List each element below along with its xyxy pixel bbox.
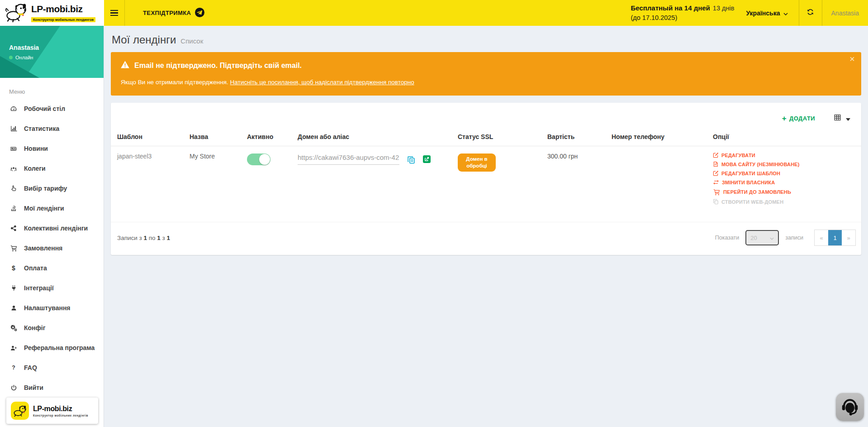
option-link[interactable]: РЕДАГУВАТИ	[713, 152, 855, 158]
page-button-1[interactable]: 1	[828, 230, 842, 245]
support-chat-button[interactable]	[836, 393, 864, 421]
svg-text:?: ?	[12, 365, 15, 371]
table-header-row: ШаблонНазваАктивноДомен або аліасСтатус …	[111, 129, 861, 146]
sidebar-item-11[interactable]: Налаштування	[0, 298, 104, 318]
sidebar-item-4[interactable]: Колеги	[0, 158, 104, 178]
exchange-icon	[713, 179, 719, 185]
trial-days-left: 13 днів	[713, 5, 735, 12]
options-cell: РЕДАГУВАТИМОВА САЙТУ (НЕЗМІНЮВАНЕ)РЕДАГУ…	[709, 146, 859, 211]
sidebar-item-14[interactable]: ?FAQ	[0, 358, 104, 378]
clone-icon	[713, 199, 719, 205]
sidebar-item-1[interactable]: Робочий стіл	[0, 99, 104, 119]
sidebar: Anastasia Онлайн Меню Робочий стілСтатис…	[0, 26, 104, 427]
trial-info: Бесплатный на 14 дней13 днів (до 17.10.2…	[631, 3, 734, 23]
columns-toggle-button[interactable]	[833, 114, 850, 123]
sidebar-item-12[interactable]: Конфіг	[0, 318, 104, 338]
menu-section-label: Меню	[0, 78, 104, 99]
cart-icon	[713, 188, 721, 196]
sidebar-item-label: Робочий стіл	[24, 105, 65, 112]
option-link[interactable]: ПЕРЕЙТИ ДО ЗАМОВЛЕНЬ	[713, 188, 855, 196]
sidebar-item-13[interactable]: Реферальна програма	[0, 338, 104, 358]
sidebar-item-label: FAQ	[24, 364, 37, 371]
online-status-dot	[9, 56, 13, 59]
user-plus-icon	[9, 345, 18, 351]
refresh-button[interactable]	[799, 0, 822, 26]
copy-domain-button[interactable]	[407, 155, 416, 164]
sidebar-item-label: Реферальна програма	[24, 344, 95, 351]
open-site-button[interactable]	[423, 155, 431, 163]
sidebar-item-label: Замовлення	[24, 245, 62, 252]
sidebar-item-label: Вибір тарифу	[24, 185, 67, 192]
sidebar-item-label: Колеги	[24, 165, 46, 172]
add-button[interactable]: + ДОДАТИ	[782, 115, 815, 122]
pagination: « 1 »	[814, 230, 856, 246]
edit-icon	[713, 170, 719, 176]
sidebar-item-label: Новини	[24, 145, 48, 152]
option-link: СТВОРИТИ WEB-ДОМЕН	[713, 199, 855, 205]
next-page-button[interactable]: »	[842, 230, 855, 245]
prev-page-button[interactable]: «	[815, 230, 828, 245]
power-icon	[9, 384, 18, 391]
sidebar-item-2[interactable]: Статистика	[0, 119, 104, 139]
landings-card: + ДОДАТИ ШаблонНазваАктивноДомен або алі…	[111, 103, 861, 255]
dollar-icon: $	[9, 264, 18, 272]
topbar: ТЕХПІДТРИМКА Бесплатный на 14 дней13 дні…	[104, 0, 868, 26]
support-link[interactable]: ТЕХПІДТРИМКА	[143, 8, 204, 19]
dog-mascot-icon	[5, 2, 28, 24]
language-selector[interactable]: Українська	[746, 10, 787, 17]
records-label: записи	[785, 235, 803, 241]
close-icon[interactable]: ×	[849, 54, 855, 63]
sidebar-user-status: Онлайн	[15, 55, 33, 60]
sidebar-item-9[interactable]: $Оплата	[0, 258, 104, 278]
ssl-status-badge: Домен в обробці	[458, 154, 496, 172]
page-subtitle: Список	[180, 37, 203, 45]
header-username[interactable]: Anastasia	[822, 0, 868, 26]
column-header: Шаблон	[114, 129, 186, 146]
sidebar-item-label: Статистика	[24, 125, 59, 132]
column-header: Домен або аліас	[294, 129, 454, 146]
sidebar-item-label: Оплата	[24, 264, 47, 272]
main-content: Мої лендінги Список Email не підтверджен…	[104, 26, 868, 427]
logo-title: LP-mobi.biz	[31, 4, 83, 14]
hamburger-menu-icon[interactable]	[104, 0, 125, 26]
resend-confirmation-link[interactable]: Натисніть це посилання, щоб надіслати пі…	[230, 79, 414, 86]
warning-icon	[121, 61, 129, 70]
logo-subtitle: Конструктор мобильных лендингов	[31, 17, 95, 22]
template-cell: japan-steel3	[114, 146, 186, 166]
domain-input[interactable]	[298, 154, 399, 165]
sidebar-item-10[interactable]: Інтеграції	[0, 278, 104, 298]
language-label: Українська	[746, 10, 780, 17]
sidebar-user-name: Anastasia	[9, 44, 104, 51]
column-header: Назва	[186, 129, 243, 146]
cart-icon	[9, 245, 18, 252]
alert-title: Email не підтверджено. Підтвердіть свій …	[134, 62, 302, 70]
trial-until: (до 17.10.2025)	[631, 14, 677, 21]
page-size-select[interactable]: 20	[745, 230, 779, 245]
header-logo[interactable]: LP-mobi.biz Конструктор мобильных лендин…	[0, 0, 104, 26]
trial-plan: Бесплатный на 14 дней	[631, 4, 710, 12]
hand-pointer-icon	[9, 185, 18, 192]
gears-icon	[9, 324, 18, 331]
sidebar-user-panel: Anastasia Онлайн	[0, 26, 104, 78]
option-link[interactable]: ЗМІНИТИ ВЛАСНИКА	[713, 179, 855, 185]
sidebar-item-7[interactable]: Колективні лендінги	[0, 218, 104, 238]
option-link[interactable]: МОВА САЙТУ (НЕЗМІНЮВАНЕ)	[713, 161, 855, 167]
column-header: Активно	[243, 129, 294, 146]
caret-down-icon	[846, 115, 850, 123]
sidebar-item-8[interactable]: Замовлення	[0, 238, 104, 258]
sidebar-footer-logo[interactable]: LP-mobi.biz Конструктор мобільних лендін…	[6, 398, 98, 424]
sidebar-item-15[interactable]: Вийти	[0, 378, 104, 398]
footer-logo-subtitle: Конструктор мобільних лендінгів	[33, 414, 88, 417]
sidebar-item-6[interactable]: Мої лендінги	[0, 198, 104, 218]
sidebar-menu: Робочий стілСтатистикаНовиниКолегиВибір …	[0, 99, 104, 398]
table-grid-icon	[833, 114, 842, 123]
active-toggle[interactable]	[247, 154, 270, 165]
header-right: Бесплатный на 14 дней13 днів (до 17.10.2…	[631, 0, 868, 26]
cost-cell: 300.00 грн	[544, 146, 608, 166]
column-header: Опції	[709, 129, 859, 146]
option-link[interactable]: РЕДАГУВАТИ ШАБЛОН	[713, 170, 855, 176]
sidebar-item-5[interactable]: Вибір тарифу	[0, 178, 104, 198]
copy-icon	[407, 155, 416, 164]
sidebar-item-3[interactable]: Новини	[0, 139, 104, 158]
headset-icon	[840, 397, 860, 418]
